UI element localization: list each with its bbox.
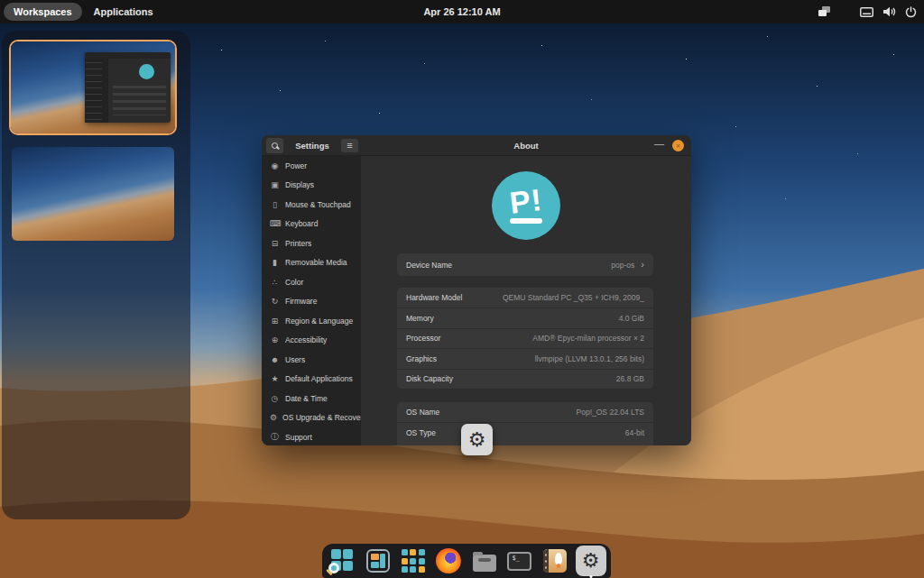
pop-shop-icon <box>543 549 567 573</box>
search-button[interactable] <box>266 138 283 153</box>
sidebar-item-removable-media[interactable]: ▮Removable Media <box>262 253 361 273</box>
workspaces-overview-icon <box>330 549 354 573</box>
row-value: 64-bit <box>625 428 644 437</box>
sidebar-item-label: Removable Media <box>285 258 347 267</box>
workspace-switcher <box>2 31 190 519</box>
memory-row: Memory4.0 GiB <box>397 307 653 327</box>
os-type-row: OS Type64-bit <box>397 422 653 442</box>
row-label: Hardware Model <box>406 293 462 302</box>
pop-logo-text: P! <box>508 186 543 217</box>
row-label: OS Type <box>406 428 436 437</box>
sidebar-item-power[interactable]: ◉Power <box>262 156 361 176</box>
dock-item-pop-shop[interactable] <box>540 546 570 576</box>
sidebar-item-support[interactable]: ⓘSupport <box>262 427 361 445</box>
dock-item-firefox[interactable] <box>433 546 464 576</box>
tile-shape <box>371 554 379 560</box>
sidebar-item-mouse-touchpad[interactable]: ▯Mouse & Touchpad <box>262 195 361 215</box>
menu-button[interactable]: ≡ <box>341 139 358 152</box>
accessibility-icon: ⊕ <box>270 335 280 344</box>
dock-item-files[interactable] <box>469 546 500 576</box>
dock-item-workspaces[interactable] <box>327 546 357 576</box>
grid-cell <box>410 566 416 573</box>
tile-shape <box>371 562 379 568</box>
settings-title: Settings <box>283 141 341 151</box>
applications-button[interactable]: Applications <box>94 6 153 17</box>
sidebar-item-os-upgrade-recovery[interactable]: ⚙OS Upgrade & Recovery <box>262 408 361 428</box>
volume-icon[interactable] <box>882 6 896 17</box>
dock: $_ ⚙ <box>322 544 611 578</box>
color-icon: ∴ <box>270 278 280 287</box>
sidebar-item-label: Keyboard <box>285 219 318 228</box>
row-value: Pop!_OS 22.04 LTS <box>577 408 644 417</box>
dock-item-terminal[interactable]: $_ <box>504 546 535 576</box>
sidebar-item-firmware[interactable]: ↻Firmware <box>262 292 361 312</box>
stacked-windows-icon[interactable] <box>818 6 831 17</box>
workspaces-button[interactable]: Workspaces <box>4 3 82 21</box>
row-value: 4.0 GiB <box>619 314 644 323</box>
tile-windows-icon <box>366 549 390 573</box>
sidebar-item-label: Default Applications <box>285 374 353 383</box>
sidebar-item-printers[interactable]: ⊟Printers <box>262 234 361 253</box>
workspace-thumbnail-2[interactable] <box>12 147 174 241</box>
mouse-icon: ▯ <box>270 200 280 209</box>
date-time-icon: ◷ <box>270 394 280 403</box>
power-icon[interactable] <box>905 6 917 18</box>
sidebar-item-label: Users <box>285 355 305 364</box>
top-bar: Workspaces Applications Apr 26 12:10 AM <box>0 0 924 23</box>
keyboard-icon[interactable] <box>860 7 873 17</box>
settings-gear-icon: ⚙ <box>582 551 600 571</box>
sidebar-item-label: Support <box>285 433 312 442</box>
row-label: Disk Capacity <box>406 374 453 383</box>
dock-item-tile-windows[interactable] <box>363 546 393 576</box>
sidebar-item-region-language[interactable]: ⊞Region & Language <box>262 311 361 331</box>
workspace-thumbnail-window <box>85 52 171 123</box>
sidebar-item-label: Displays <box>285 180 314 189</box>
mini-window-sidebar <box>85 59 108 123</box>
grid-cell <box>419 566 425 573</box>
sidebar-item-displays[interactable]: ▣Displays <box>262 176 361 196</box>
sidebar-header: Settings ≡ <box>262 135 361 155</box>
row-value: 26.8 GB <box>616 374 644 383</box>
grid-cell <box>419 558 425 564</box>
grid-cell <box>402 549 408 555</box>
device-name-row[interactable]: Device Name pop-os › <box>397 253 653 276</box>
grid-cell <box>410 558 416 564</box>
hardware-model-row: Hardware ModelQEMU Standard PC _Q35 + IC… <box>397 288 653 307</box>
grid-cell <box>419 549 425 555</box>
settings-sidebar: ◉Power ▣Displays ▯Mouse & Touchpad ⌨Keyb… <box>262 156 361 445</box>
device-name-value: pop-os <box>611 261 634 270</box>
desktop: Workspaces Applications Apr 26 12:10 AM <box>0 0 924 578</box>
sidebar-item-keyboard[interactable]: ⌨Keyboard <box>262 215 361 234</box>
terminal-icon: $_ <box>507 552 531 571</box>
sidebar-item-default-applications[interactable]: ★Default Applications <box>262 370 361 390</box>
titlebar[interactable]: About — ✕ <box>361 135 691 155</box>
clock[interactable]: Apr 26 12:10 AM <box>423 6 500 17</box>
minimize-button[interactable]: — <box>654 139 664 152</box>
sidebar-item-label: Printers <box>285 239 311 248</box>
about-panel: P! Device Name pop-os › Hardware ModelQE… <box>361 156 691 445</box>
processor-row: ProcessorAMD® Epyc-milan processor × 2 <box>397 328 653 348</box>
sidebar-item-accessibility[interactable]: ⊕Accessibility <box>262 331 361 351</box>
close-button[interactable]: ✕ <box>672 140 684 151</box>
search-icon <box>272 142 278 149</box>
workspace-thumbnail-1[interactable] <box>9 40 177 135</box>
keyboard-setting-icon: ⌨ <box>270 219 280 228</box>
mini-window-header <box>85 52 171 59</box>
sidebar-item-label: Color <box>285 278 303 287</box>
sidebar-item-label: Date & Time <box>285 394 328 403</box>
tile-shape <box>380 554 385 568</box>
row-label: Graphics <box>406 354 437 363</box>
sidebar-item-date-time[interactable]: ◷Date & Time <box>262 389 361 408</box>
sidebar-item-label: Firmware <box>285 297 317 306</box>
film-strip-shape <box>543 549 549 573</box>
dock-item-settings[interactable]: ⚙ <box>576 546 606 576</box>
workspace-2-wallpaper <box>12 147 174 241</box>
dock-item-applications[interactable] <box>398 546 429 576</box>
sidebar-item-color[interactable]: ∴Color <box>262 272 361 292</box>
page-title: About <box>361 141 691 151</box>
support-icon: ⓘ <box>270 431 280 443</box>
window-header[interactable]: Settings ≡ About — ✕ <box>262 135 691 156</box>
region-language-icon: ⊞ <box>270 317 280 326</box>
sidebar-item-users[interactable]: ☻Users <box>262 350 361 370</box>
hardware-info-card: Hardware ModelQEMU Standard PC _Q35 + IC… <box>397 288 653 389</box>
